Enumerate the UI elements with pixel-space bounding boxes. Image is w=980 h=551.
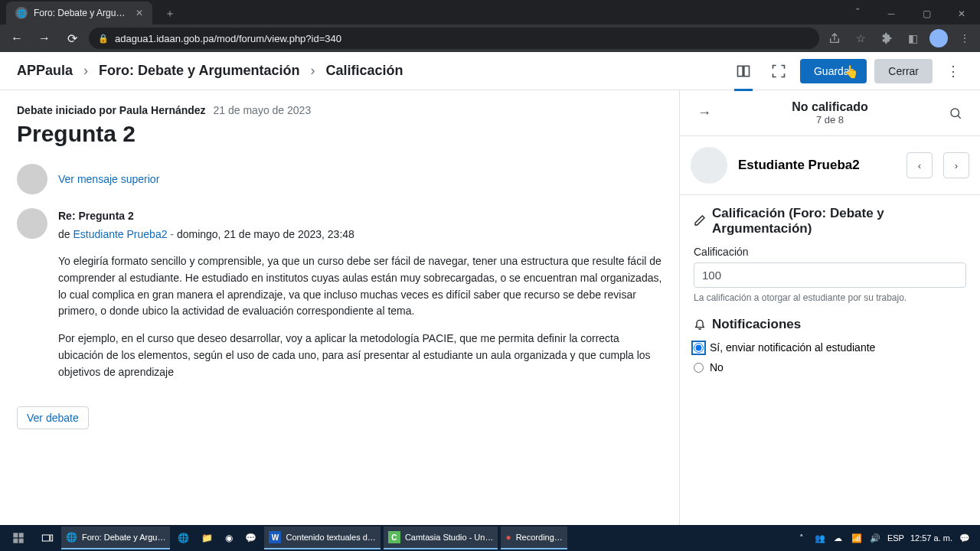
notify-no-row[interactable]: No — [694, 361, 966, 373]
view-debate-button[interactable]: Ver debate — [17, 406, 89, 429]
avatar — [17, 208, 47, 239]
notify-no-label: No — [710, 361, 724, 373]
notify-yes-label: Sí, enviar notificación al estudiante — [710, 341, 875, 354]
debate-starter: Debate iniciado por Paula Hernández — [17, 104, 206, 116]
onedrive-icon[interactable]: ☁ — [832, 533, 844, 543]
tab-title: Foro: Debate y Argu… — [34, 8, 125, 18]
notifications-title: Notificaciones — [712, 317, 801, 332]
notify-yes-radio[interactable] — [694, 343, 704, 353]
grade-label: Calificación — [694, 246, 966, 258]
chrome-icon: 🌐 — [66, 532, 77, 543]
extensions-icon[interactable] — [877, 29, 896, 47]
grading-panel: → No calificado 7 de 8 Estudiante Prueba… — [680, 90, 980, 525]
clock[interactable]: 12:57 a. m. — [910, 533, 952, 543]
close-icon[interactable]: ✕ — [136, 8, 143, 18]
chrome-menu-icon[interactable]: ⋮ — [956, 29, 974, 47]
svg-rect-7 — [42, 535, 49, 541]
svg-rect-8 — [51, 535, 53, 541]
lock-icon: 🔒 — [98, 34, 109, 44]
grade-hint: La calificación a otorgar al estudiante … — [694, 292, 966, 303]
windows-taskbar: 🌐 Foro: Debate y Argu… 🌐 📁 ◉ 💬 W Conteni… — [0, 525, 980, 551]
debate-meta: Debate iniciado por Paula Hernández 21 d… — [17, 104, 662, 116]
globe-icon: 🌐 — [15, 7, 28, 19]
prev-status-button[interactable]: → — [691, 99, 718, 127]
taskbar-item-camtasia[interactable]: C Camtasia Studio - Un… — [384, 527, 498, 549]
people-icon[interactable]: 👥 — [814, 533, 826, 543]
breadcrumb-course[interactable]: APPaula — [17, 63, 73, 79]
language-indicator[interactable]: ESP — [887, 533, 904, 543]
search-icon[interactable] — [942, 99, 969, 127]
sidepanel-icon[interactable]: ◧ — [903, 29, 922, 47]
svg-point-2 — [951, 109, 959, 117]
post-subject: Re: Pregunta 2 — [58, 208, 662, 225]
volume-icon[interactable]: 🔊 — [869, 533, 881, 543]
save-button[interactable]: Guardar 👆 — [800, 59, 867, 83]
svg-rect-5 — [13, 539, 18, 543]
post-paragraph: Yo elegiría formato sencillo y comprensi… — [58, 253, 662, 320]
taskbar-item-obs[interactable]: ◉ — [220, 527, 237, 549]
grade-input[interactable] — [694, 262, 966, 288]
avatar — [17, 164, 47, 194]
taskbar-item-word[interactable]: W Contenido textuales d… — [264, 527, 380, 549]
discord-icon: 💬 — [245, 533, 256, 543]
post-author-link[interactable]: Estudiante Prueba2 — [73, 228, 167, 240]
word-icon: W — [269, 531, 281, 543]
breadcrumb-page: Calificación — [325, 63, 403, 79]
next-student-button[interactable]: › — [943, 152, 969, 178]
reload-button[interactable]: ⟳ — [61, 28, 83, 49]
wifi-icon[interactable]: 📶 — [851, 533, 863, 543]
tray-overflow-icon[interactable]: ˄ — [795, 533, 808, 543]
post-paragraph: Por ejemplo, en el curso que deseo desar… — [58, 331, 662, 380]
breadcrumb: APPaula › Foro: Debate y Argumentación ›… — [17, 63, 403, 79]
grade-section-title: Calificación (Foro: Debate y Argumentaci… — [712, 206, 966, 236]
share-icon[interactable] — [825, 29, 844, 47]
pencil-icon — [694, 214, 706, 229]
view-parent-link[interactable]: Ver mensaje superior — [58, 173, 159, 185]
folder-icon: 📁 — [201, 533, 213, 543]
student-avatar — [691, 147, 727, 184]
debate-title: Pregunta 2 — [17, 121, 662, 147]
task-view-icon[interactable] — [37, 527, 58, 549]
notify-yes-row[interactable]: Sí, enviar notificación al estudiante — [694, 341, 966, 354]
minimize-icon[interactable]: ─ — [874, 3, 908, 24]
fullscreen-icon[interactable] — [765, 57, 792, 85]
taskbar-item-recording[interactable]: ● Recording… — [501, 527, 567, 549]
browser-toolbar: ← → ⟳ 🔒 adagua1.idaan.gob.pa/mod/forum/v… — [0, 24, 980, 52]
forward-button[interactable]: → — [34, 28, 55, 49]
chevron-right-icon: › — [310, 63, 315, 79]
svg-rect-3 — [13, 533, 18, 537]
svg-rect-4 — [19, 533, 24, 537]
taskbar-item-chrome2[interactable]: 🌐 — [173, 527, 194, 549]
profile-avatar-icon[interactable] — [929, 29, 948, 47]
bookmark-icon[interactable]: ☆ — [851, 29, 870, 47]
post-datetime: domingo, 21 de mayo de 2023, 23:48 — [177, 228, 354, 240]
grading-status: No calificado — [718, 100, 942, 114]
maximize-icon[interactable]: ▢ — [910, 3, 943, 24]
main-content: Debate iniciado por Paula Hernández 21 d… — [0, 90, 680, 525]
record-icon: ● — [505, 532, 511, 543]
new-tab-button[interactable]: ＋ — [158, 3, 181, 24]
chevron-right-icon: › — [83, 63, 88, 79]
browser-titlebar: 🌐 Foro: Debate y Argu… ✕ ＋ ⌄ ─ ▢ ✕ — [0, 0, 980, 24]
start-button[interactable] — [3, 527, 34, 549]
obs-icon: ◉ — [225, 533, 233, 543]
notify-no-radio[interactable] — [694, 363, 704, 373]
close-window-icon[interactable]: ✕ — [945, 3, 978, 24]
svg-rect-0 — [737, 66, 743, 76]
prev-student-button[interactable]: ‹ — [906, 152, 933, 178]
back-button[interactable]: ← — [6, 28, 28, 49]
close-button[interactable]: Cerrar — [874, 59, 933, 83]
more-menu-icon[interactable]: ⋮ — [940, 63, 966, 80]
svg-rect-1 — [744, 66, 750, 76]
camtasia-icon: C — [388, 531, 400, 543]
url-text: adagua1.idaan.gob.pa/mod/forum/view.php?… — [115, 33, 341, 44]
taskbar-item-discord[interactable]: 💬 — [240, 527, 261, 549]
tab-search-icon[interactable]: ⌄ — [847, 3, 868, 24]
browser-tab[interactable]: 🌐 Foro: Debate y Argu… ✕ — [6, 2, 152, 24]
breadcrumb-activity[interactable]: Foro: Debate y Argumentación — [99, 63, 299, 79]
address-bar[interactable]: 🔒 adagua1.idaan.gob.pa/mod/forum/view.ph… — [89, 28, 819, 49]
taskbar-item-chrome[interactable]: 🌐 Foro: Debate y Argu… — [61, 527, 170, 549]
taskbar-item-explorer[interactable]: 📁 — [197, 527, 217, 549]
notifications-icon[interactable]: 💬 — [959, 533, 971, 543]
layout-columns-icon[interactable] — [730, 57, 757, 85]
